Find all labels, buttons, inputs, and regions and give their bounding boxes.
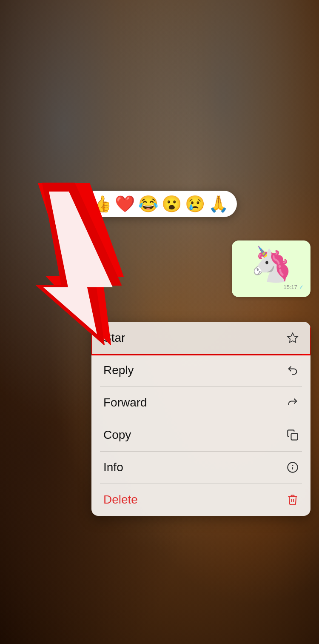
red-arrow-indicator [9, 179, 132, 349]
forward-icon [287, 397, 299, 409]
svg-rect-3 [291, 434, 298, 440]
context-menu: Star Reply Forward Copy Info [91, 322, 310, 516]
menu-item-copy[interactable]: Copy [91, 419, 310, 451]
star-icon [287, 332, 299, 344]
info-icon [287, 461, 299, 473]
emoji-surprised[interactable]: 😮 [162, 196, 182, 212]
menu-label-forward: Forward [103, 396, 147, 409]
emoji-pray[interactable]: 🙏 [208, 196, 228, 212]
menu-label-reply: Reply [103, 364, 134, 377]
message-content: 🦄 [239, 247, 304, 281]
menu-item-reply[interactable]: Reply [91, 354, 310, 386]
message-timestamp: 15:17 ✓ [239, 284, 304, 290]
emoji-crying[interactable]: 😢 [185, 196, 205, 212]
message-bubble: 🦄 15:17 ✓ [232, 240, 310, 297]
reply-icon [287, 364, 299, 376]
time-text: 15:17 [283, 284, 297, 290]
emoji-laughing[interactable]: 😂 [138, 196, 158, 212]
check-icon: ✓ [299, 284, 304, 290]
menu-item-delete[interactable]: Delete [91, 484, 310, 516]
menu-item-info[interactable]: Info [91, 451, 310, 484]
menu-label-copy: Copy [103, 428, 131, 442]
menu-label-info: Info [103, 461, 123, 474]
svg-marker-2 [288, 333, 297, 342]
menu-label-delete: Delete [103, 493, 138, 507]
trash-icon [287, 494, 299, 506]
menu-item-forward[interactable]: Forward [91, 386, 310, 419]
copy-icon [287, 429, 299, 441]
